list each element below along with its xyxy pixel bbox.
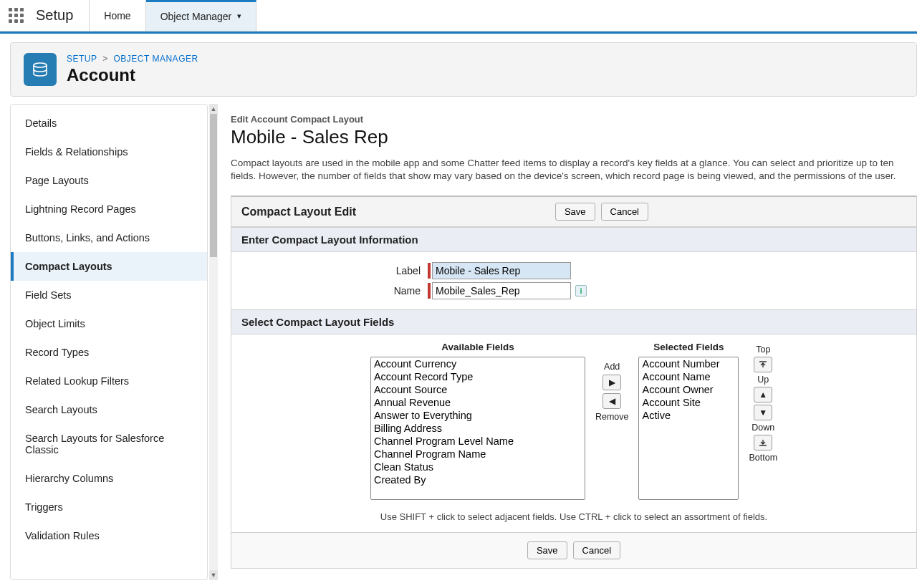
sidebar-item-record-types[interactable]: Record Types [11,338,207,367]
breadcrumb: SETUP > OBJECT MANAGER [67,54,198,64]
scroll-down-icon[interactable]: ▼ [209,570,218,580]
object-icon [24,53,57,86]
sidebar-item-hierarchy-columns[interactable]: Hierarchy Columns [11,464,207,493]
required-indicator [428,283,431,299]
scroll-thumb[interactable] [210,114,217,257]
cancel-button-top[interactable]: Cancel [601,203,648,221]
add-label: Add [604,362,620,372]
sidebar-scrollbar[interactable]: ▲ ▼ [209,104,218,580]
svg-point-0 [34,63,47,67]
app-launcher-icon[interactable] [0,8,32,23]
selection-hint: Use SHIFT + click to select adjacent fie… [231,507,916,532]
sidebar-item-compact-layouts[interactable]: Compact Layouts [11,252,207,281]
page-header: SETUP > OBJECT MANAGER Account [10,42,917,97]
top-label: Top [756,344,770,355]
edit-title: Mobile - Sales Rep [231,126,917,148]
name-field-label: Name [241,285,428,297]
label-input[interactable] [432,262,571,279]
form-title: Compact Layout Edit [241,206,356,218]
info-icon[interactable]: i [575,285,587,297]
sidebar-item-fields-relationships[interactable]: Fields & Relationships [11,138,207,166]
up-label: Up [757,375,769,385]
move-up-button[interactable]: ▲ [754,387,772,403]
sidebar-item-lightning-record-pages[interactable]: Lightning Record Pages [11,195,207,223]
add-button[interactable]: ▶ [602,375,621,390]
breadcrumb-setup[interactable]: SETUP [67,54,97,64]
available-label: Available Fields [370,342,585,352]
save-button-bottom[interactable]: Save [527,541,567,559]
sidebar-item-related-lookup-filters[interactable]: Related Lookup Filters [11,367,207,395]
name-input[interactable] [432,282,571,299]
sidebar-item-triggers[interactable]: Triggers [11,493,207,521]
top-accent-line [0,32,917,34]
required-indicator [428,263,431,279]
sidebar-item-validation-rules[interactable]: Validation Rules [11,521,207,550]
top-nav: Setup Home Object Manager ▾ [0,0,917,32]
selected-fields-listbox[interactable]: Account NumberAccount NameAccount OwnerA… [638,357,739,500]
tab-object-manager[interactable]: Object Manager ▾ [146,0,257,31]
section-info-header: Enter Compact Layout Information [231,227,916,252]
sidebar-item-search-layouts[interactable]: Search Layouts [11,395,207,424]
breadcrumb-object-manager[interactable]: OBJECT MANAGER [114,54,198,64]
selected-label: Selected Fields [638,342,739,352]
sidebar-item-field-sets[interactable]: Field Sets [11,281,207,309]
tab-home[interactable]: Home [90,0,145,31]
page-title: Account [67,65,198,85]
bottom-label: Bottom [749,453,777,463]
remove-label: Remove [595,412,629,422]
remove-button[interactable]: ◀ [602,393,621,409]
scroll-up-icon[interactable]: ▲ [209,104,218,114]
sidebar-item-search-layouts-for-salesforce-classic[interactable]: Search Layouts for Salesforce Classic [11,424,207,464]
main-content: Edit Account Compact Layout Mobile - Sal… [218,104,917,580]
form-block: Compact Layout Edit Save Cancel Enter Co… [231,196,917,569]
sidebar: DetailsFields & RelationshipsPage Layout… [10,104,208,580]
chevron-down-icon: ▾ [237,11,241,21]
down-label: Down [752,423,774,433]
brand-label: Setup [32,0,90,31]
sidebar-item-page-layouts[interactable]: Page Layouts [11,166,207,195]
sidebar-item-details[interactable]: Details [11,109,207,138]
move-top-button[interactable] [754,357,772,372]
label-field-label: Label [241,265,428,276]
section-fields-header: Select Compact Layout Fields [231,309,916,334]
sidebar-item-object-limits[interactable]: Object Limits [11,309,207,338]
move-bottom-button[interactable] [754,435,772,450]
sidebar-item-buttons-links-and-actions[interactable]: Buttons, Links, and Actions [11,223,207,252]
available-fields-listbox[interactable]: Account CurrencyAccount Record TypeAccou… [370,357,585,500]
cancel-button-bottom[interactable]: Cancel [573,541,620,559]
save-button-top[interactable]: Save [555,203,595,221]
description: Compact layouts are used in the mobile a… [231,157,917,183]
edit-eyebrow: Edit Account Compact Layout [231,114,917,125]
move-down-button[interactable]: ▼ [754,405,772,420]
